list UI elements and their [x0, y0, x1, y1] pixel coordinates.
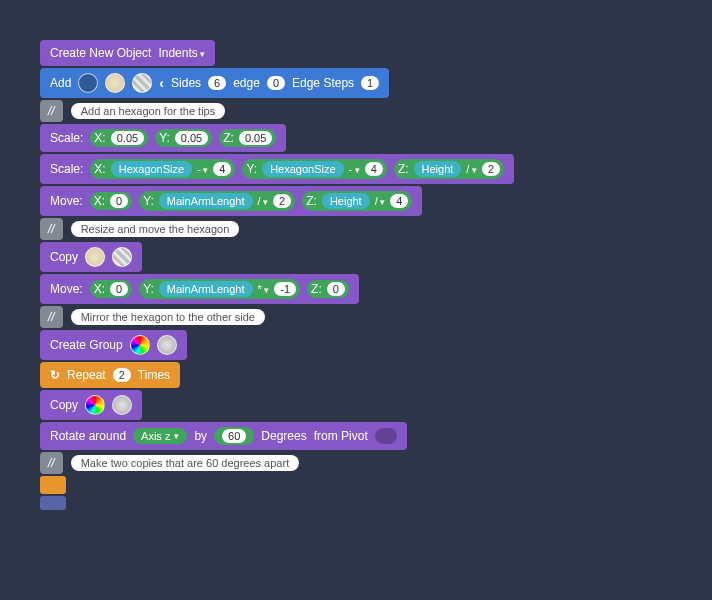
- z-value[interactable]: 4: [390, 194, 408, 208]
- pivot-slot[interactable]: [375, 428, 397, 444]
- comment-text[interactable]: Mirror the hexagon to the other side: [71, 309, 265, 325]
- var-mainarmlenght[interactable]: MainArmLenght: [159, 193, 253, 209]
- degrees-label: Degrees: [261, 429, 306, 443]
- y-value[interactable]: 2: [273, 194, 291, 208]
- color-rainbow-icon[interactable]: [85, 395, 105, 415]
- repeat-block[interactable]: Repeat 2 Times: [40, 362, 180, 388]
- comment-row: // Resize and move the hexagon: [40, 218, 239, 240]
- op-dropdown[interactable]: /: [258, 195, 269, 207]
- var-hexagonsize[interactable]: HexagonSize: [111, 161, 192, 177]
- sides-label: Sides: [171, 76, 201, 90]
- repeat-end-stub: [40, 476, 66, 494]
- var-hexagonsize[interactable]: HexagonSize: [262, 161, 343, 177]
- comment-text[interactable]: Add an hexagon for the tips: [71, 103, 226, 119]
- var-height[interactable]: Height: [322, 193, 370, 209]
- move-block[interactable]: Move: X:0 Y: MainArmLenght / 2 Z: Height…: [40, 186, 422, 216]
- comment-row: // Mirror the hexagon to the other side: [40, 306, 265, 328]
- op-dropdown[interactable]: /: [375, 195, 386, 207]
- comment-slash: //: [40, 306, 63, 328]
- axis-dropdown[interactable]: Axis z: [133, 428, 187, 444]
- copy-block[interactable]: Copy: [40, 390, 142, 420]
- color-rainbow-icon[interactable]: [130, 335, 150, 355]
- comment-row: // Add an hexagon for the tips: [40, 100, 225, 122]
- scale-block-vars[interactable]: Scale: X: HexagonSize - 4 Y: HexagonSize…: [40, 154, 514, 184]
- op-dropdown[interactable]: -: [197, 163, 208, 175]
- y-label: Y:: [143, 282, 154, 296]
- x-label: X:: [94, 194, 105, 208]
- y-value[interactable]: -1: [274, 282, 296, 296]
- z-label: Z:: [398, 162, 409, 176]
- comment-text[interactable]: Resize and move the hexagon: [71, 221, 240, 237]
- z-label: Z:: [306, 194, 317, 208]
- move-label: Move:: [50, 194, 83, 208]
- z-value[interactable]: 0.05: [239, 131, 272, 145]
- comment-row: // Make two copies that are 60 degrees a…: [40, 452, 299, 474]
- by-label: by: [194, 429, 207, 443]
- rotate-block[interactable]: Rotate around Axis z by 60 Degrees from …: [40, 422, 407, 450]
- y-label: Y:: [159, 131, 170, 145]
- x-value[interactable]: 4: [213, 162, 231, 176]
- add-block[interactable]: Add ‹ Sides 6 edge 0 Edge Steps 1: [40, 68, 389, 98]
- move-block[interactable]: Move: X:0 Y: MainArmLenght * -1 Z:0: [40, 274, 359, 304]
- sides-value[interactable]: 6: [208, 76, 226, 90]
- comment-slash: //: [40, 452, 63, 474]
- move-label: Move:: [50, 282, 83, 296]
- edge-steps-value[interactable]: 1: [361, 76, 379, 90]
- add-label: Add: [50, 76, 71, 90]
- z-label: Z:: [223, 131, 234, 145]
- y-value[interactable]: 0.05: [175, 131, 208, 145]
- repeat-icon: [50, 368, 60, 382]
- edge-value[interactable]: 0: [267, 76, 285, 90]
- x-label: X:: [94, 162, 105, 176]
- scale-label: Scale:: [50, 162, 83, 176]
- x-label: X:: [94, 131, 105, 145]
- material-hole-icon[interactable]: [112, 395, 132, 415]
- copy-label: Copy: [50, 250, 78, 264]
- z-value[interactable]: 0: [327, 282, 345, 296]
- y-value[interactable]: 4: [365, 162, 383, 176]
- copy-label: Copy: [50, 398, 78, 412]
- z-label: Z:: [311, 282, 322, 296]
- create-group-label: Create Group: [50, 338, 123, 352]
- create-group-block[interactable]: Create Group: [40, 330, 187, 360]
- z-value[interactable]: 2: [482, 162, 500, 176]
- create-new-object-block[interactable]: Create New Object Indents: [40, 40, 215, 66]
- var-height[interactable]: Height: [414, 161, 462, 177]
- repeat-count[interactable]: 2: [113, 368, 131, 382]
- material-hole-icon[interactable]: [112, 247, 132, 267]
- op-dropdown[interactable]: /: [466, 163, 477, 175]
- block-stack: Create New Object Indents Add ‹ Sides 6 …: [40, 40, 672, 510]
- comment-slash: //: [40, 218, 63, 240]
- indents-dropdown[interactable]: Indents: [158, 46, 205, 60]
- block-end-stub: [40, 496, 66, 510]
- material-hole-icon[interactable]: [132, 73, 152, 93]
- material-hole-icon[interactable]: [157, 335, 177, 355]
- edge-steps-label: Edge Steps: [292, 76, 354, 90]
- copy-block[interactable]: Copy: [40, 242, 142, 272]
- x-value[interactable]: 0: [110, 194, 128, 208]
- y-label: Y:: [246, 162, 257, 176]
- comment-text[interactable]: Make two copies that are 60 degrees apar…: [71, 455, 300, 471]
- x-value[interactable]: 0.05: [111, 131, 144, 145]
- create-new-object-label: Create New Object: [50, 46, 151, 60]
- degrees-value[interactable]: 60: [222, 429, 246, 443]
- var-mainarmlenght[interactable]: MainArmLenght: [159, 281, 253, 297]
- chevron-left-icon[interactable]: ‹: [159, 75, 164, 91]
- repeat-times-label: Times: [138, 368, 170, 382]
- edge-label: edge: [233, 76, 260, 90]
- material-solid-icon[interactable]: [105, 73, 125, 93]
- comment-slash: //: [40, 100, 63, 122]
- material-solid-icon[interactable]: [85, 247, 105, 267]
- y-label: Y:: [143, 194, 154, 208]
- rotate-label: Rotate around: [50, 429, 126, 443]
- op-dropdown[interactable]: -: [349, 163, 360, 175]
- shape-cylinder-icon[interactable]: [78, 73, 98, 93]
- scale-block[interactable]: Scale: X:0.05 Y:0.05 Z:0.05: [40, 124, 286, 152]
- x-label: X:: [94, 282, 105, 296]
- from-pivot-label: from Pivot: [314, 429, 368, 443]
- op-dropdown[interactable]: *: [258, 283, 270, 295]
- scale-label: Scale:: [50, 131, 83, 145]
- repeat-label: Repeat: [67, 368, 106, 382]
- x-value[interactable]: 0: [110, 282, 128, 296]
